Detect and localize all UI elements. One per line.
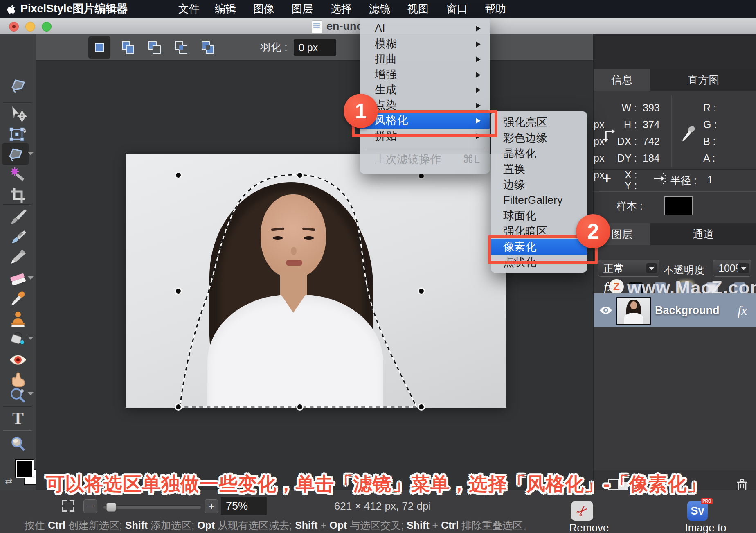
zoom-in-tool[interactable] [7,385,29,405]
chevron-down-icon[interactable] [646,263,657,273]
sample-color-swatch [664,196,693,215]
menu-bar-item[interactable]: 滤镜 [363,0,396,18]
menu-bar-item[interactable]: 编辑 [209,0,242,18]
opacity-dropdown[interactable]: 100% [713,260,752,277]
magic-wand-tool[interactable] [7,165,29,185]
shortcut-label: ⌘L [463,152,480,167]
tab-info[interactable]: 信息 [594,69,650,91]
blend-mode-value: 正常 [603,262,624,274]
detail-brush-tool[interactable] [7,228,29,247]
paintbrush-tool[interactable] [7,207,29,227]
menu-bar-item[interactable]: 窗口 [441,0,473,18]
shortcut-hint: 按住 Ctrl 创建新选区; Shift 添加选区; Opt 从现有选区减去; … [25,519,533,532]
stylize-submenu-item[interactable]: 边缘 [491,177,587,192]
hint-segment: Opt [329,519,347,531]
selection-mode-exclude-button[interactable] [197,36,219,59]
layer-row-background[interactable]: Background fx [594,293,756,327]
blend-mode-dropdown[interactable]: 正常 [598,260,659,277]
menu-bar-item[interactable]: 图像 [248,0,280,18]
radius-value: 1 [707,174,713,186]
info-divider [594,191,756,192]
zoom-level-field[interactable]: 75% [221,497,267,515]
clone-stamp-tool[interactable] [7,309,29,329]
text-tool[interactable]: T [7,409,29,428]
color-swatches[interactable]: ⇄ [4,460,33,492]
filter-menu-item[interactable]: AI [360,21,490,36]
menu-bar-item[interactable]: 视图 [402,0,434,18]
eraser-tool[interactable] [7,269,29,289]
zoom-slider-thumb[interactable] [106,503,116,512]
layer-style-swatch[interactable] [706,282,718,294]
zoom-out-button[interactable]: − [83,499,97,513]
minimize-window-button[interactable] [25,22,35,32]
stylize-submenu-item[interactable]: FilterGallery [491,192,587,208]
hint-segment: Opt [197,519,215,531]
layer-visibility-eye-icon[interactable] [599,306,612,315]
layer-name[interactable]: Background [655,293,720,327]
selection-mode-add-button[interactable] [117,36,139,59]
info-rgba-row: B : [703,133,752,150]
sample-label: 样本 : [616,199,643,213]
feather-input[interactable]: 0 px [294,39,336,56]
layer-thumbnail[interactable] [616,297,651,325]
image-to-vector-button[interactable]: Image to Vector(Paid) [655,522,756,533]
tools-sidebar: T ⇄ [0,34,36,490]
delete-layer-trash-icon[interactable] [737,479,747,491]
remove-background-button[interactable]: Remove Background(Paid) [528,522,650,533]
pencil-tool[interactable] [7,247,29,266]
close-window-button[interactable] [9,22,19,32]
crop-tool[interactable] [7,185,29,205]
eyedropper-tool[interactable] [7,289,29,308]
apple-menu-icon[interactable] [7,3,16,14]
layer-style-shadow-swatch[interactable] [734,282,745,294]
hint-segment: Ctrl [441,519,459,531]
filter-menu-item[interactable]: 增强 [360,67,490,83]
menu-bar-item[interactable]: 图层 [286,0,319,18]
selection-mode-new-button[interactable] [88,36,110,59]
foreground-color-swatch[interactable] [16,460,34,478]
tab-channels[interactable]: 通道 [650,223,756,245]
filter-menu-item[interactable]: 模糊 [360,36,490,52]
stylize-submenu-item[interactable]: 晶格化 [491,146,587,161]
stylize-submenu-item[interactable]: 球面化 [491,208,587,224]
layer-fx-button[interactable]: fx [738,293,747,327]
submenu-arrow-icon [476,72,481,78]
app-name[interactable]: PixelStyle图片编辑器 [20,0,128,18]
eraser-tool-flyout-caret[interactable] [28,276,34,280]
menu-separator [365,148,485,148]
filter-menu-item[interactable]: 生成 [360,82,490,98]
selection-mode-subtract-button[interactable] [144,36,166,59]
chevron-down-icon[interactable] [738,263,749,273]
info-tab-bar: 信息 直方图 [594,69,756,91]
filter-menu-item[interactable]: 扭曲 [360,52,490,67]
document-title: en-unc [326,18,363,34]
move-tool[interactable] [7,104,29,124]
free-transform-tool[interactable] [7,124,29,144]
zoom-slider[interactable] [103,505,201,509]
remove-background-icon[interactable]: ✂ [571,501,593,521]
tab-histogram[interactable]: 直方图 [650,69,756,91]
swap-colors-icon[interactable]: ⇄ [5,476,12,487]
layer-style-swatch[interactable] [655,282,666,294]
layer-style-glow-swatch[interactable] [680,282,692,294]
zoom-in-button[interactable]: + [205,499,218,513]
menu-bar-item[interactable]: 选择 [325,0,358,18]
lasso-tool-selected[interactable] [2,143,29,165]
stylize-submenu-item[interactable]: 彩色边缘 [491,130,587,146]
zoom-view-tool[interactable] [7,434,29,454]
zoom-tool-flyout-caret[interactable] [28,392,34,395]
lasso-tool-flyout-caret[interactable] [28,152,34,155]
selection-mode-intersect-button[interactable] [170,36,192,59]
hint-segment: 添加选区; [148,519,197,531]
paint-bucket-tool[interactable] [7,330,29,349]
menu-bar-item[interactable]: 文件 [173,0,205,18]
zoom-window-button[interactable] [42,22,52,32]
stylize-submenu-item[interactable]: 置换 [491,161,587,177]
right-panel: 信息 直方图 W :393 pxH :374 pxDX :742 pxDY :1… [593,34,756,493]
menu-bar-item[interactable]: 帮助 [479,0,512,18]
info-dimension-row: DY :184 px [594,150,671,167]
red-eye-tool[interactable] [7,350,29,370]
stylize-submenu-item[interactable]: 强化亮区 [491,115,587,130]
paint-bucket-flyout-caret[interactable] [28,337,34,340]
fit-screen-icon[interactable] [62,500,74,512]
